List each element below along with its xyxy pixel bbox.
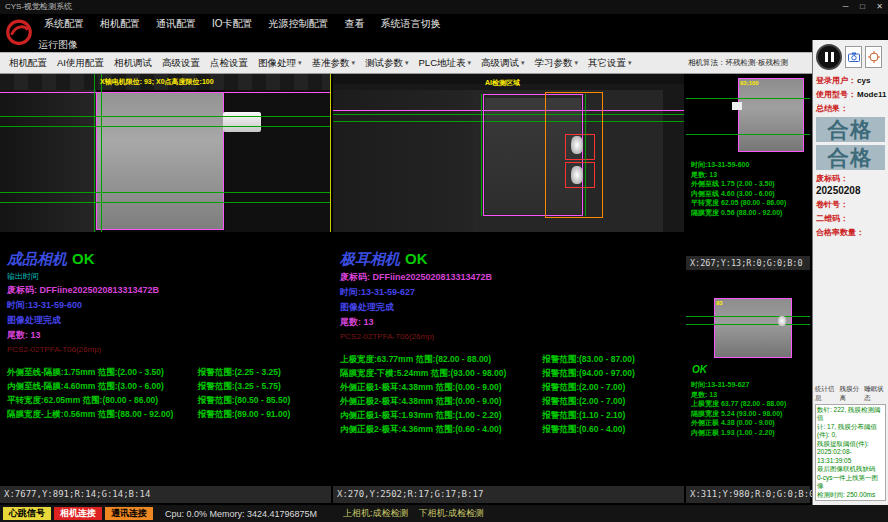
toolbar-button[interactable]: 相机调试 <box>109 52 157 74</box>
tab-row: 运行图像 <box>0 34 888 52</box>
overlay-green-vline <box>585 94 586 216</box>
toolbar-button-label: AI使用配置 <box>57 57 104 70</box>
camera-small-bottom-image: 93 OK 时间:13-31-59-627尾数: 13上极宽度 63.77 (8… <box>686 272 810 486</box>
stats-tab-1[interactable]: 统计信息 <box>815 385 837 403</box>
statistics-section: 统计信息残膜分离睡眠状态 数针: 222, 残膜检测阈值计: 17, 残膜分布阈… <box>815 385 886 502</box>
menu-item-4[interactable]: IO卡配置 <box>204 14 261 34</box>
camera-left-image: X轴电机限位: 93; X0点高度限位:100 <box>0 74 331 232</box>
measurement-alarm-range: 报警范围:(3.25 - 5.75) <box>198 379 325 393</box>
model-value[interactable]: Mode11 <box>857 90 886 99</box>
menu-item-3[interactable]: 通讯配置 <box>148 14 204 34</box>
toolbar-button[interactable]: 基准参数▾ <box>307 52 361 74</box>
connector-part <box>223 112 261 132</box>
camera-view-small-bottom[interactable]: 93 OK 时间:13-31-59-627尾数: 13上极宽度 63.77 (8… <box>686 272 810 505</box>
pixel-coordinate-readout: X:267;Y:13;R:0;G:0;B:0 <box>686 256 810 270</box>
measurement-list: 外侧至线-隔膜:1.75mm 范围:(2.00 - 3.50)报警范围:(2.2… <box>7 365 325 421</box>
camera-icon <box>848 52 860 62</box>
toolbar-button-label: 相机调试 <box>114 57 152 70</box>
toolbar-button-label: 图像处理 <box>258 57 296 70</box>
result-line: 内侧至线 4.60 (3.00 - 6.00) <box>691 189 809 199</box>
total-result-value: 合格 <box>816 145 885 170</box>
measurement-alarm-range: 报警范围:(1.10 - 2.10) <box>542 408 677 422</box>
camera-left-overlay-text: X轴电机限位: 93; X0点高度限位:100 <box>100 77 214 87</box>
overlay-green-line <box>0 192 331 193</box>
camera-view-middle[interactable]: AI检测区域 极耳相机OK 废标码: DFFiine20250208133134… <box>333 74 684 505</box>
window-minimize-button[interactable]: ─ <box>837 0 854 14</box>
toolbar-button[interactable]: PLC地址表▾ <box>414 52 477 74</box>
overlay-green-line <box>686 316 810 317</box>
status-indicator: 心跳信号 <box>3 507 51 520</box>
stats-tab-2[interactable]: 残膜分离 <box>840 385 862 403</box>
stats-line: 0-cys一件上线第一图像 <box>817 474 884 491</box>
app-window: CYS-视觉检测系统 ─□✕ 系统配置相机配置通讯配置IO卡配置光源控制配置查看… <box>0 0 888 522</box>
toolbar-button[interactable]: 高级设置 <box>157 52 205 74</box>
title-bar: CYS-视觉检测系统 ─□✕ <box>0 0 888 14</box>
overlay-green-vline <box>481 94 482 216</box>
camera-status-text: 上相机:成检检测 下相机:成检检测 <box>343 507 484 520</box>
camera-middle-image: AI检测区域 <box>333 74 684 232</box>
model-code-line: PCS2-02TPFA-T06(26mp) <box>7 345 325 354</box>
connector-part <box>732 102 742 110</box>
status-indicator: 通讯连接 <box>105 507 153 520</box>
tail-number-line: 尾数: 13 <box>7 329 325 342</box>
toolbar-button[interactable]: 其它设置▾ <box>583 52 637 74</box>
measurement-row: 上极宽度:63.77mm 范围:(82.00 - 88.00)报警范围:(83.… <box>340 352 677 366</box>
stats-line: 计: 17, 残膜分布阈值(件): 0, <box>817 423 884 440</box>
window-close-button[interactable]: ✕ <box>871 0 888 14</box>
pixel-coordinate-readout: X:7677,Y:891;R:14;G:14;B:14 <box>0 486 331 503</box>
statistics-tabs: 统计信息残膜分离睡眠状态 <box>815 385 886 403</box>
stats-line: 最后图像联机残缺码 <box>817 465 884 474</box>
toolbar-button-label: 高级设置 <box>162 57 200 70</box>
machine-dark-area <box>0 90 96 232</box>
toolbar-button[interactable]: AI使用配置 <box>52 52 109 74</box>
output-time-label: 输出时间 <box>7 271 325 282</box>
window-maximize-button[interactable]: □ <box>854 0 871 14</box>
menu-item-7[interactable]: 系统语言切换 <box>373 14 449 34</box>
result-line: 尾数: 13 <box>691 170 809 180</box>
result-line: 上极宽度 63.77 (82.00 - 88.00) <box>691 399 809 409</box>
toolbar-button-label: 高级调试 <box>481 57 519 70</box>
measurement-value: 上极宽度:63.77mm 范围:(82.00 - 88.00) <box>340 352 542 366</box>
menu-item-2[interactable]: 相机配置 <box>92 14 148 34</box>
stats-tab-3[interactable]: 睡眠状态 <box>864 385 886 403</box>
measurement-value: 内侧正极1-极耳:1.93mm 范围:(1.00 - 2.20) <box>340 408 542 422</box>
pause-button[interactable] <box>816 44 842 70</box>
measurement-row: 内侧至线-隔膜:4.60mm 范围:(3.00 - 6.00)报警范围:(3.2… <box>7 379 325 393</box>
toolbar-button[interactable]: 学习参数▾ <box>530 52 584 74</box>
result-line: 平转宽度 62.05 (80.00 - 86.00) <box>691 198 809 208</box>
camera-small-top-image: 93;100 时间:13-31-59-600尾数: 13外侧至线 1.75 (2… <box>686 74 810 256</box>
menu-item-1[interactable]: 系统配置 <box>36 14 92 34</box>
toolbar-button-label: 测试参数 <box>365 57 403 70</box>
chevron-down-icon: ▾ <box>521 59 525 67</box>
toolbar-button[interactable]: 测试参数▾ <box>360 52 414 74</box>
toolbar-button[interactable]: 图像处理▾ <box>253 52 307 74</box>
time-line: 时间:13-31-59-627 <box>340 286 677 299</box>
stats-line: 检测时间: 250.00ms <box>817 491 884 500</box>
toolbar-button[interactable]: 点检设置 <box>205 52 253 74</box>
toolbar-button[interactable]: 高级调试▾ <box>476 52 530 74</box>
pin-number-label: 卷针号： <box>816 199 885 210</box>
bright-glint <box>571 136 583 154</box>
cpu-memory-readout: Cpu: 0.0% Memory: 3424.41796875M <box>165 509 317 519</box>
status-ok: OK <box>692 364 707 375</box>
measurement-value: 隔膜宽度-上横:0.56mm 范围:(88.00 - 92.00) <box>7 407 198 421</box>
machine-dark-area <box>333 90 473 232</box>
result-line: 内侧正极 1.93 (1.00 - 2.20) <box>691 428 809 438</box>
time-line: 时间:13-31-59-600 <box>7 299 325 312</box>
camera-view-left[interactable]: X轴电机限位: 93; X0点高度限位:100 成品相机OK 输出时间 废标码:… <box>0 74 331 505</box>
menu-item-6[interactable]: 查看 <box>337 14 373 34</box>
measurement-row: 外侧至线-隔膜:1.75mm 范围:(2.00 - 3.50)报警范围:(2.2… <box>7 365 325 379</box>
stats-line: 数针: 222, 残膜检测阈值 <box>817 406 884 423</box>
measurement-row: 外侧正极1-极耳:4.38mm 范围:(0.00 - 9.00)报警范围:(2.… <box>340 380 677 394</box>
cell-region-overlay <box>714 298 792 358</box>
target-tool-button[interactable] <box>865 46 882 68</box>
pixel-coordinate-readout: X:270,Y:2502;R:17;G:17;B:17 <box>333 486 684 503</box>
camera-tool-button[interactable] <box>845 46 862 68</box>
toolbar-button[interactable]: 相机配置 <box>4 52 52 74</box>
result-lines: 时间:13-31-59-600尾数: 13外侧至线 1.75 (2.00 - 3… <box>691 160 809 217</box>
camera-view-small-top[interactable]: 93;100 时间:13-31-59-600尾数: 13外侧至线 1.75 (2… <box>686 74 810 270</box>
menu-item-5[interactable]: 光源控制配置 <box>261 14 337 34</box>
tail-number-line: 尾数: 13 <box>340 316 677 329</box>
stats-line: 残膜提取阈值(件): <box>817 440 884 449</box>
measurement-value: 外侧正极2-极耳:4.38mm 范围:(0.00 - 9.00) <box>340 394 542 408</box>
